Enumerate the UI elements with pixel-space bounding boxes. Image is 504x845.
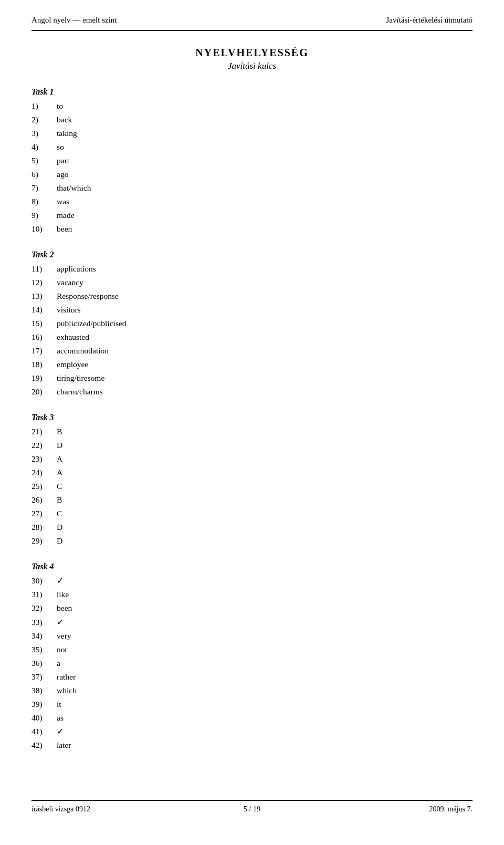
item-answer: employee (57, 358, 88, 371)
item-number: 7) (32, 182, 57, 194)
list-item: 23)A (32, 453, 472, 465)
item-number: 39) (32, 698, 57, 711)
list-item: 39)it (32, 698, 472, 711)
task-title-task4: Task 4 (32, 562, 472, 571)
page-footer: írásbeli vizsga 0912 5 / 19 2009. május … (32, 800, 472, 813)
item-answer: that/which (57, 182, 91, 194)
item-number: 41) (32, 725, 57, 738)
list-item: 19)tiring/tiresome (32, 372, 472, 384)
item-answer: very (57, 630, 71, 642)
item-answer: which (57, 684, 77, 697)
footer-right: 2009. május 7. (326, 805, 472, 813)
list-item: 16)exhausted (32, 331, 472, 343)
list-item: 38)which (32, 684, 472, 697)
item-answer: like (57, 588, 69, 601)
item-answer: tiring/tiresome (57, 372, 104, 384)
item-answer: back (57, 113, 72, 126)
item-answer: a (57, 657, 60, 670)
item-number: 15) (32, 317, 57, 330)
task-section-task3: Task 321)B22)D23)A24)A25)C26)B27)C28)D29… (32, 413, 472, 547)
answer-list-task3: 21)B22)D23)A24)A25)C26)B27)C28)D29)D (32, 425, 472, 547)
item-number: 21) (32, 425, 57, 438)
item-answer: made (57, 209, 75, 222)
list-item: 13)Response/response (32, 290, 472, 302)
list-item: 30)✓ (32, 575, 472, 587)
list-item: 27)C (32, 507, 472, 520)
item-number: 10) (32, 223, 57, 235)
item-number: 35) (32, 643, 57, 656)
item-number: 22) (32, 439, 57, 452)
item-number: 31) (32, 588, 57, 601)
item-number: 30) (32, 575, 57, 587)
item-answer: charm/charms (57, 385, 103, 398)
task-title-task2: Task 2 (32, 250, 472, 259)
item-answer: part (57, 154, 69, 167)
task-section-task1: Task 11)to2)back3)taking4)so5)part6)ago7… (32, 87, 472, 235)
list-item: 42)later (32, 739, 472, 752)
task-section-task4: Task 430)✓31)like32)been33)✓34)very35)no… (32, 562, 472, 751)
subtitle: Javítási kulcs (32, 61, 472, 71)
item-answer: visitors (57, 304, 81, 316)
list-item: 24)A (32, 466, 472, 479)
list-item: 21)B (32, 425, 472, 438)
task-section-task2: Task 211)applications12)vacancy13)Respon… (32, 250, 472, 398)
list-item: 20)charm/charms (32, 385, 472, 398)
page-container: Angol nyelv — emelt szint Javítási-érték… (0, 0, 504, 845)
item-answer: to (57, 100, 63, 112)
answer-list-task4: 30)✓31)like32)been33)✓34)very35)not36)a3… (32, 575, 472, 751)
item-answer: so (57, 141, 64, 153)
list-item: 1)to (32, 100, 472, 112)
list-item: 15)publicized/publicised (32, 317, 472, 330)
list-item: 25)C (32, 480, 472, 493)
list-item: 5)part (32, 154, 472, 167)
list-item: 28)D (32, 521, 472, 534)
item-number: 9) (32, 209, 57, 222)
content-area: Task 11)to2)back3)taking4)so5)part6)ago7… (32, 87, 472, 800)
item-number: 24) (32, 466, 57, 479)
item-number: 8) (32, 195, 57, 208)
list-item: 3)taking (32, 127, 472, 140)
item-answer: A (57, 466, 62, 479)
list-item: 29)D (32, 535, 472, 547)
list-item: 6)ago (32, 168, 472, 181)
item-answer: B (57, 425, 62, 438)
item-number: 32) (32, 602, 57, 614)
item-answer: vacancy (57, 276, 83, 289)
footer-left: írásbeli vizsga 0912 (32, 805, 178, 813)
item-number: 42) (32, 739, 57, 752)
list-item: 11)applications (32, 263, 472, 275)
item-number: 38) (32, 684, 57, 697)
item-answer: A (57, 453, 62, 465)
item-answer: applications (57, 263, 96, 275)
list-item: 33)✓ (32, 616, 472, 629)
list-item: 2)back (32, 113, 472, 126)
list-item: 32)been (32, 602, 472, 614)
item-answer: ✓ (57, 616, 64, 629)
item-number: 13) (32, 290, 57, 302)
item-answer: C (57, 507, 62, 520)
item-answer: exhausted (57, 331, 89, 343)
item-answer: rather (57, 671, 76, 683)
item-number: 36) (32, 657, 57, 670)
list-item: 41)✓ (32, 725, 472, 738)
item-number: 18) (32, 358, 57, 371)
page-header: Angol nyelv — emelt szint Javítási-érték… (32, 16, 472, 31)
list-item: 18)employee (32, 358, 472, 371)
item-answer: D (57, 521, 62, 534)
list-item: 4)so (32, 141, 472, 153)
item-number: 37) (32, 671, 57, 683)
item-number: 28) (32, 521, 57, 534)
task-title-task1: Task 1 (32, 87, 472, 97)
list-item: 35)not (32, 643, 472, 656)
item-answer: ✓ (57, 575, 64, 587)
list-item: 12)vacancy (32, 276, 472, 289)
item-answer: B (57, 494, 62, 506)
list-item: 10)been (32, 223, 472, 235)
item-number: 19) (32, 372, 57, 384)
list-item: 8)was (32, 195, 472, 208)
footer-center: 5 / 19 (178, 805, 326, 813)
item-number: 2) (32, 113, 57, 126)
item-number: 29) (32, 535, 57, 547)
item-number: 12) (32, 276, 57, 289)
list-item: 9)made (32, 209, 472, 222)
